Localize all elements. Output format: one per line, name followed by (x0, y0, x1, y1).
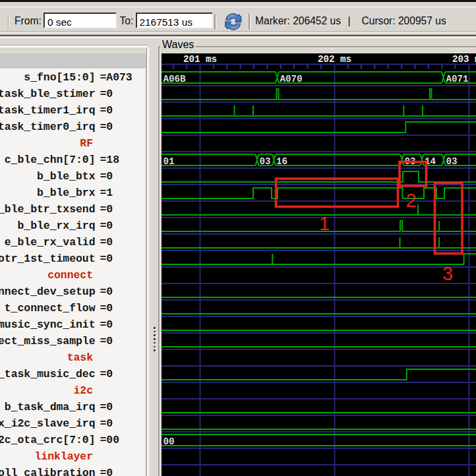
svg-text:203 ms: 203 ms (452, 53, 476, 64)
svg-text:A06B: A06B (164, 74, 187, 84)
svg-text:1: 1 (319, 212, 330, 233)
svg-text:2: 2 (406, 190, 417, 211)
svg-text:3: 3 (442, 263, 453, 284)
svg-text:201 ms: 201 ms (183, 53, 217, 64)
svg-text:A070: A070 (280, 74, 303, 84)
svg-text:01: 01 (164, 156, 175, 167)
svg-text:16: 16 (276, 156, 287, 167)
svg-text:202 ms: 202 ms (318, 53, 351, 64)
svg-text:03: 03 (446, 156, 458, 167)
svg-text:03: 03 (260, 156, 271, 167)
svg-text:00: 00 (164, 436, 175, 447)
svg-text:A071: A071 (446, 74, 469, 84)
